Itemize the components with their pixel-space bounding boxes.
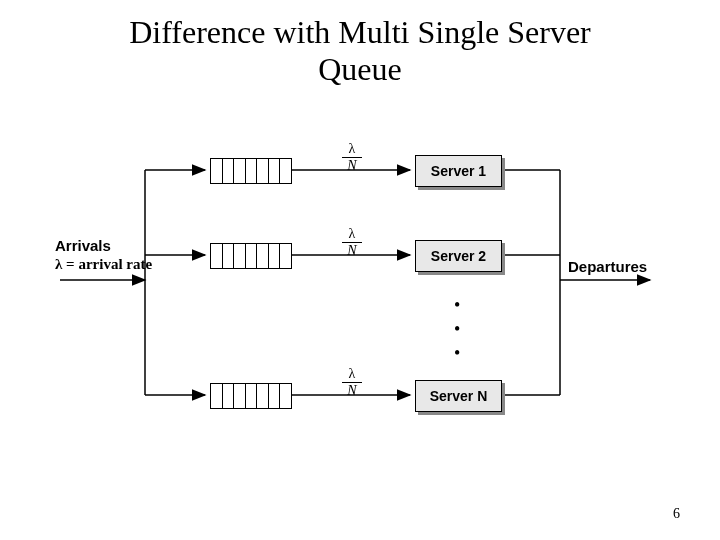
queue-1 bbox=[210, 158, 292, 184]
server-1-box: Server 1 bbox=[415, 155, 502, 187]
ellipsis-dot-1: • bbox=[454, 296, 460, 314]
arrivals-label: Arrivals λ = arrival rate bbox=[55, 237, 152, 273]
rate-fraction-1: λ N bbox=[340, 142, 364, 173]
server-1-label: Server 1 bbox=[431, 163, 486, 179]
rate-den: N bbox=[340, 384, 364, 398]
server-n-label: Server N bbox=[430, 388, 488, 404]
server-2-label: Server 2 bbox=[431, 248, 486, 264]
queue-2 bbox=[210, 243, 292, 269]
server-2-box: Server 2 bbox=[415, 240, 502, 272]
rate-fraction-2: λ N bbox=[340, 227, 364, 258]
rate-fraction-n: λ N bbox=[340, 367, 364, 398]
rate-num: λ bbox=[340, 142, 364, 156]
rate-den: N bbox=[340, 244, 364, 258]
arrival-rate-text: λ = arrival rate bbox=[55, 255, 152, 273]
arrivals-text: Arrivals bbox=[55, 237, 152, 255]
queue-n bbox=[210, 383, 292, 409]
rate-num: λ bbox=[340, 227, 364, 241]
page-number: 6 bbox=[673, 506, 680, 522]
departures-label: Departures bbox=[568, 258, 647, 276]
ellipsis-dot-3: • bbox=[454, 344, 460, 362]
server-n-box: Server N bbox=[415, 380, 502, 412]
rate-num: λ bbox=[340, 367, 364, 381]
rate-den: N bbox=[340, 159, 364, 173]
ellipsis-dot-2: • bbox=[454, 320, 460, 338]
